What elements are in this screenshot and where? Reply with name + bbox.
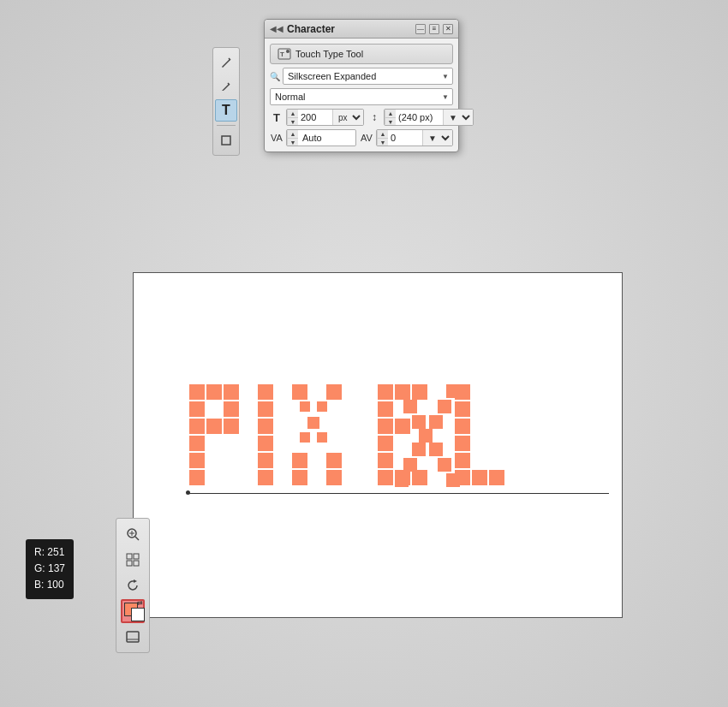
svg-rect-28 <box>292 453 307 468</box>
svg-point-3 <box>286 50 289 53</box>
svg-rect-49 <box>472 470 487 485</box>
text-baseline <box>189 493 609 494</box>
svg-rect-39 <box>378 453 393 468</box>
svg-rect-56 <box>429 415 443 429</box>
panel-close-btn[interactable]: ✕ <box>443 24 453 34</box>
svg-rect-53 <box>403 400 417 413</box>
panel-body: T Touch Type Tool 🔍 Silkscreen Expanded … <box>265 39 458 152</box>
font-family-select[interactable]: Silkscreen Expanded <box>283 68 453 85</box>
panel-menu-btn[interactable]: ≡ <box>429 24 439 34</box>
svg-rect-14 <box>189 470 205 485</box>
svg-rect-55 <box>412 415 426 429</box>
svg-rect-25 <box>307 417 319 429</box>
svg-rect-12 <box>189 436 205 451</box>
kerning-icon: AV <box>360 133 373 143</box>
panel-title-left: ◀◀ Character <box>270 23 335 35</box>
svg-rect-19 <box>258 453 273 468</box>
toolbar-divider <box>217 125 236 126</box>
svg-rect-68 <box>127 554 132 559</box>
svg-rect-58 <box>412 443 426 456</box>
kerning-unit-select[interactable]: ▼ <box>422 130 452 146</box>
font-size-down-btn[interactable]: ▼ <box>288 117 298 125</box>
svg-rect-52 <box>446 384 460 398</box>
svg-rect-29 <box>326 453 342 468</box>
panel-titlebar: ◀◀ Character — ≡ ✕ <box>265 20 458 39</box>
panel-title-icon: ◀◀ <box>270 24 283 33</box>
main-toolbar: T <box>212 47 240 156</box>
kerning-down-btn[interactable]: ▼ <box>378 138 388 146</box>
svg-rect-10 <box>206 419 222 434</box>
svg-rect-17 <box>258 419 273 434</box>
type-tool-btn[interactable]: T <box>215 99 237 122</box>
leading-up-btn[interactable]: ▲ <box>385 110 396 117</box>
svg-rect-51 <box>395 384 409 398</box>
kerning-input[interactable] <box>388 130 422 146</box>
color-r-number: 251 <box>47 546 64 558</box>
color-tooltip: R: 251 G: 137 B: 100 <box>26 539 74 599</box>
leading-input-wrapper: ▲ ▼ ▼ <box>384 109 474 126</box>
svg-rect-31 <box>326 470 342 485</box>
side-tools-panel: ⇄ <box>116 518 150 653</box>
svg-rect-21 <box>292 384 307 400</box>
svg-rect-70 <box>127 561 132 566</box>
brush-tool-btn[interactable] <box>215 75 237 98</box>
tracking-spinners: ▲ ▼ <box>287 130 298 146</box>
svg-rect-69 <box>134 554 139 559</box>
color-g-label: G: <box>34 562 45 574</box>
panel-title-text: Character <box>287 23 335 35</box>
kerning-up-btn[interactable]: ▲ <box>378 130 388 138</box>
font-size-input[interactable] <box>298 110 332 125</box>
touch-type-label: Touch Type Tool <box>295 49 363 59</box>
tracking-icon: VA <box>270 133 283 143</box>
svg-rect-18 <box>258 436 273 451</box>
color-g-value: G: 137 <box>34 561 65 577</box>
svg-text:T: T <box>280 50 284 58</box>
font-family-row: 🔍 Silkscreen Expanded <box>270 68 453 85</box>
color-r-label: R: <box>34 546 45 558</box>
tracking-down-btn[interactable]: ▼ <box>288 138 298 146</box>
svg-rect-71 <box>134 561 139 566</box>
color-pick-btn[interactable]: ⇄ <box>121 599 145 623</box>
font-size-row: T ▲ ▼ px pt ↕ ▲ <box>270 109 453 126</box>
panel-collapse-btn[interactable]: — <box>415 24 426 34</box>
panel-title-controls: — ≡ ✕ <box>415 24 453 34</box>
character-panel: ◀◀ Character — ≡ ✕ T Touch Type Tool 🔍 S… <box>264 19 459 152</box>
tracking-up-btn[interactable]: ▲ <box>288 130 298 138</box>
tracking-field: VA ▲ ▼ Auto <box>270 129 356 146</box>
touch-type-tool-btn[interactable]: T Touch Type Tool <box>270 44 453 64</box>
font-size-input-wrapper: ▲ ▼ px pt <box>286 109 364 126</box>
svg-rect-72 <box>127 632 139 642</box>
svg-rect-38 <box>378 436 393 451</box>
font-size-unit-select[interactable]: px pt <box>332 110 363 125</box>
pen-tool-btn[interactable] <box>215 51 237 74</box>
font-style-wrapper: Normal <box>270 88 453 105</box>
svg-line-65 <box>135 537 139 540</box>
svg-rect-57 <box>419 429 433 443</box>
svg-rect-24 <box>317 401 327 412</box>
baseline-dot <box>186 490 190 495</box>
move-grid-btn[interactable] <box>121 548 145 572</box>
font-style-select[interactable]: Normal <box>270 88 453 105</box>
zoom-tool-btn[interactable] <box>121 522 145 546</box>
tracking-select[interactable]: Auto <box>298 130 355 146</box>
svg-rect-6 <box>224 384 239 400</box>
screen-btn[interactable] <box>121 625 145 649</box>
rect-tool-btn[interactable] <box>215 129 237 152</box>
svg-rect-9 <box>189 419 205 434</box>
pixel-x-svg <box>395 384 463 487</box>
kerning-input-wrapper: ▲ ▼ ▼ <box>376 129 453 146</box>
canvas-area[interactable] <box>133 272 623 618</box>
leading-unit-select[interactable]: ▼ <box>443 110 473 125</box>
font-size-up-btn[interactable]: ▲ <box>288 110 298 117</box>
svg-rect-54 <box>438 400 451 413</box>
rotate-btn[interactable] <box>121 573 145 597</box>
svg-rect-8 <box>224 401 239 417</box>
svg-rect-27 <box>317 432 327 443</box>
leading-input[interactable] <box>396 110 443 125</box>
svg-rect-60 <box>403 458 417 472</box>
color-r-value: R: 251 <box>34 544 65 561</box>
leading-down-btn[interactable]: ▼ <box>385 117 396 125</box>
svg-rect-59 <box>429 443 443 456</box>
svg-rect-4 <box>189 384 205 400</box>
svg-rect-32 <box>378 384 393 400</box>
